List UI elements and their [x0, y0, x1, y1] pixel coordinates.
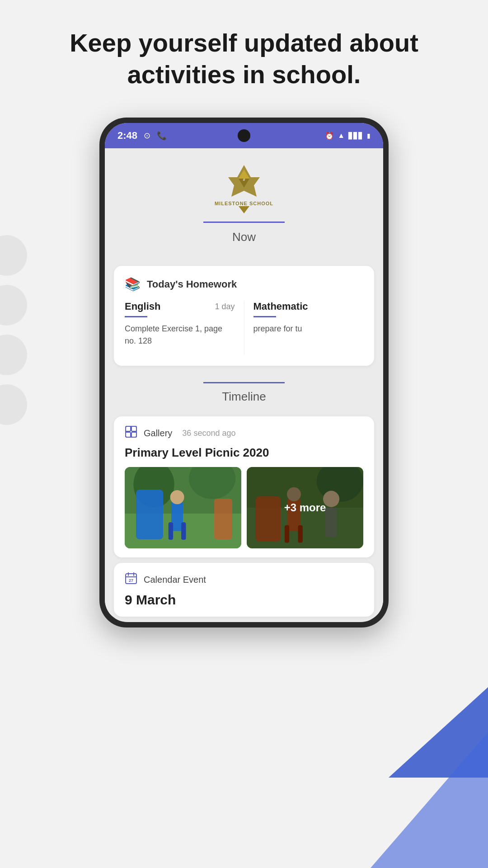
svg-rect-6 — [126, 426, 131, 431]
phone-frame: 2:48 ⊙ 📞 ⏰ ▲ ▊▊▊ ▮ — [99, 118, 389, 627]
alarm-icon: ⏰ — [325, 132, 334, 140]
math-subject-title: Mathematic — [253, 301, 308, 312]
homework-title: Today's Homework — [147, 278, 237, 290]
status-icons-left: 2:48 ⊙ 📞 — [117, 130, 167, 142]
svg-rect-7 — [131, 426, 136, 431]
homework-card-header: 📚 Today's Homework — [125, 277, 363, 292]
english-subject-title: English — [125, 301, 160, 312]
more-count-label: +3 more — [284, 501, 326, 514]
logo-arrow-icon — [239, 206, 249, 213]
gallery-type-label: Gallery — [144, 428, 172, 439]
svg-rect-16 — [169, 522, 173, 540]
status-bar: 2:48 ⊙ 📞 ⏰ ▲ ▊▊▊ ▮ — [105, 123, 383, 148]
calendar-icon-svg: 27 — [125, 572, 137, 585]
gallery-icon-svg — [125, 425, 137, 438]
gallery-photo-2[interactable]: +3 more — [247, 467, 363, 548]
event-type-label: Calendar Event — [144, 575, 206, 585]
now-label: Now — [232, 230, 256, 251]
gallery-icon — [125, 425, 137, 441]
timeline-label: Timeline — [222, 390, 266, 404]
svg-rect-17 — [181, 522, 186, 540]
gallery-card: Gallery 36 second ago Primary Level Picn… — [114, 416, 374, 557]
signal-icon: ▊▊▊ — [348, 132, 363, 139]
homework-math: Mathematic prepare for tu — [244, 301, 364, 355]
event-date: 9 March — [125, 592, 363, 608]
gallery-photo-1[interactable] — [125, 467, 241, 548]
app-content: // MILESTONE SCHOOL Now — [105, 148, 383, 617]
status-time: 2:48 — [117, 130, 137, 142]
gallery-header: Gallery 36 second ago — [125, 425, 363, 441]
camera-notch — [238, 129, 250, 142]
timeline-underline — [203, 382, 285, 383]
more-overlay: +3 more — [247, 467, 363, 548]
homework-math-header: Mathematic — [253, 301, 364, 312]
deco-triangle-2 — [371, 732, 488, 868]
gallery-images: +3 more — [125, 467, 363, 548]
svg-text://: // — [243, 178, 245, 182]
homework-row: English 1 day Complete Exercise 1, page … — [125, 301, 363, 355]
logo-svg: // — [226, 163, 262, 199]
gallery-time-label: 36 second ago — [182, 429, 235, 438]
calendar-icon: 27 — [125, 572, 137, 588]
photo-1-svg — [125, 467, 241, 548]
spotify-icon: ⊙ — [144, 131, 150, 141]
svg-text:27: 27 — [129, 578, 133, 583]
school-name-label: MILESTONE SCHOOL — [215, 201, 273, 206]
header-underline — [203, 222, 285, 223]
page-header: Keep yourself updated about activities i… — [0, 0, 488, 108]
event-header: 27 Calendar Event — [125, 572, 363, 588]
svg-marker-4 — [239, 206, 249, 213]
homework-english-header: English 1 day — [125, 301, 235, 312]
homework-english: English 1 day Complete Exercise 1, page … — [125, 301, 244, 355]
timeline-divider: Timeline — [105, 371, 383, 411]
svg-rect-8 — [126, 432, 131, 437]
phone-screen: 2:48 ⊙ 📞 ⏰ ▲ ▊▊▊ ▮ — [105, 123, 383, 622]
whatsapp-icon: 📞 — [157, 131, 167, 141]
svg-rect-9 — [131, 432, 136, 437]
school-logo: // MILESTONE SCHOOL — [215, 163, 273, 213]
math-description: prepare for tu — [253, 323, 364, 335]
wifi-icon: ▲ — [338, 132, 345, 140]
svg-point-15 — [170, 490, 184, 504]
homework-icon: 📚 — [125, 277, 141, 292]
homework-card: 📚 Today's Homework English 1 day — [114, 266, 374, 366]
phone-mockup: 2:48 ⊙ 📞 ⏰ ▲ ▊▊▊ ▮ — [0, 108, 488, 637]
logo-area: // MILESTONE SCHOOL Now — [105, 148, 383, 260]
battery-icon: ▮ — [367, 132, 371, 139]
english-due: 1 day — [215, 302, 235, 311]
status-icons-right: ⏰ ▲ ▊▊▊ ▮ — [325, 132, 371, 140]
math-underline — [253, 316, 276, 317]
english-description: Complete Exercise 1, page no. 128 — [125, 323, 235, 347]
calendar-event-card: 27 Calendar Event 9 March — [114, 563, 374, 617]
english-underline — [125, 316, 147, 317]
gallery-title: Primary Level Picnic 2020 — [125, 446, 363, 460]
